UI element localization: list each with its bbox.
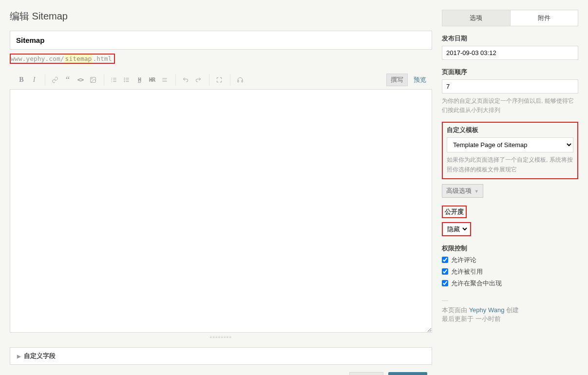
perm-aggregate[interactable]: 允许在聚合中出现: [442, 279, 578, 288]
author-link[interactable]: Yephy Wang: [469, 306, 505, 314]
sidebar-tabs: 选项 附件: [442, 10, 578, 26]
advanced-options-button[interactable]: 高级选项 ▼: [442, 184, 483, 198]
bold-button[interactable]: B: [16, 74, 27, 86]
permalink-domain: www.yephy.com/: [11, 55, 64, 62]
svg-point-12: [124, 79, 125, 80]
svg-point-13: [124, 81, 125, 82]
tab-attachments[interactable]: 附件: [510, 10, 578, 26]
footer-button-peek-1: [349, 372, 383, 375]
template-section: 自定义模板 Template Page of Sitemap 如果你为此页面选择…: [442, 122, 578, 179]
permalink-slug[interactable]: sitemap: [64, 55, 93, 63]
page-heading: 编辑 Sitemap: [10, 10, 432, 23]
preview-tab[interactable]: 预览: [410, 74, 430, 86]
perm-pingback[interactable]: 允许被引用: [442, 267, 578, 276]
italic-button[interactable]: I: [28, 74, 40, 86]
template-label: 自定义模板: [447, 126, 573, 134]
perm-comment-checkbox[interactable]: [442, 257, 448, 263]
fullscreen-button[interactable]: [213, 74, 225, 86]
perm-aggregate-checkbox[interactable]: [442, 280, 448, 286]
permalink-ext: .html: [93, 55, 112, 62]
advanced-options-label: 高级选项: [446, 187, 472, 194]
redo-button[interactable]: [192, 74, 204, 86]
custom-fields-toggle[interactable]: ▶ 自定义字段: [10, 347, 432, 365]
unordered-list-button[interactable]: [121, 74, 133, 86]
svg-rect-17: [238, 80, 239, 82]
template-select[interactable]: Template Page of Sitemap: [447, 137, 573, 152]
link-button[interactable]: [49, 74, 61, 86]
ordered-list-button[interactable]: 123: [108, 74, 120, 86]
svg-point-1: [92, 78, 93, 79]
svg-text:3: 3: [111, 81, 112, 83]
meta-info: — 本页面由 Yephy Wang 创建 最后更新于 一小时前: [442, 297, 578, 323]
visibility-select[interactable]: 隐藏: [444, 224, 469, 234]
undo-button[interactable]: [180, 74, 191, 86]
more-button[interactable]: [159, 74, 171, 86]
custom-fields-label: 自定义字段: [24, 352, 56, 360]
publish-date-input[interactable]: [442, 46, 578, 60]
content-editor[interactable]: [10, 89, 432, 333]
publish-date-label: 发布日期: [442, 34, 578, 43]
permission-label: 权限控制: [442, 244, 578, 253]
title-input[interactable]: [10, 31, 432, 50]
editor-toolbar: B I “ <> 123 H HR: [10, 71, 432, 89]
hr-button[interactable]: HR: [146, 74, 158, 86]
svg-point-11: [124, 78, 125, 78]
perm-pingback-checkbox[interactable]: [442, 268, 448, 275]
code-button[interactable]: <>: [75, 74, 86, 86]
resize-handle[interactable]: ≡≡≡≡≡≡≡≡: [10, 334, 432, 340]
headphones-button[interactable]: [234, 74, 246, 86]
image-button[interactable]: [87, 74, 99, 86]
page-order-help: 为你的自定义页面设定一个序列值以后, 能够使得它们按此值从小到大排列: [442, 96, 578, 115]
write-tab[interactable]: 撰写: [386, 74, 408, 86]
visibility-label: 公开度: [442, 206, 467, 218]
perm-comment[interactable]: 允许评论: [442, 256, 578, 264]
meta-updated: 最后更新于 一小时前: [442, 315, 578, 323]
quote-button[interactable]: “: [62, 74, 74, 86]
tab-options[interactable]: 选项: [442, 10, 510, 26]
svg-rect-18: [242, 80, 243, 82]
heading-button[interactable]: H: [133, 74, 145, 86]
chevron-right-icon: ▶: [17, 354, 21, 359]
page-order-label: 页面顺序: [442, 68, 578, 76]
caret-down-icon: ▼: [474, 189, 479, 194]
footer-button-peek-2: [388, 372, 427, 375]
permalink[interactable]: www.yephy.com/sitemap.html: [10, 54, 115, 64]
page-order-input[interactable]: [442, 79, 578, 94]
template-help: 如果你为此页面选择了一个自定义模板, 系统将按照你选择的模板文件展现它: [447, 155, 573, 174]
